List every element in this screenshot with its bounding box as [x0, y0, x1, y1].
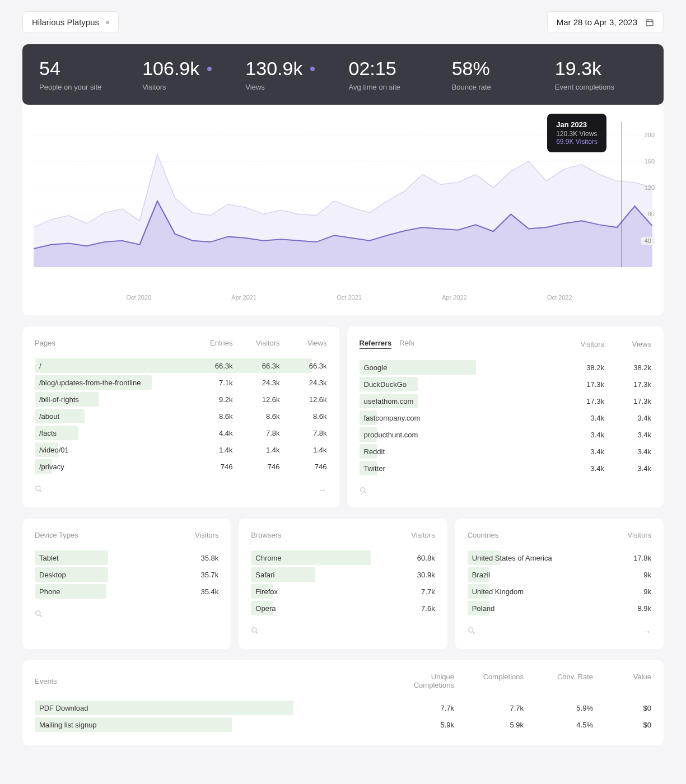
row-value: 12.6k	[293, 395, 327, 404]
row-value: 3.4k	[571, 447, 604, 456]
metric-value[interactable]: 106.9k	[142, 58, 234, 80]
row-value: 8.6k	[199, 412, 233, 421]
row-value: 5.9k	[398, 721, 454, 729]
row-label: Google	[360, 363, 388, 372]
row-value: 35.4k	[185, 587, 218, 596]
metric-value[interactable]: 58%	[452, 58, 544, 80]
row-value: 3.4k	[618, 414, 651, 422]
event-row[interactable]: Mailing list signup5.9k5.9k4.5%$0	[35, 716, 651, 733]
row-value: 7.6k	[402, 604, 435, 613]
svg-line-19	[472, 632, 474, 634]
row-label: Phone	[35, 587, 60, 596]
row-value: 60.8k	[402, 554, 435, 562]
browser-row[interactable]: Opera7.6k	[251, 600, 435, 617]
country-row[interactable]: Poland8.9k	[468, 600, 651, 617]
search-icon[interactable]	[35, 485, 43, 495]
date-range-picker[interactable]: Mar 28 to Apr 3, 2023	[547, 11, 664, 33]
chart-tooltip: Jan 2023 120.3K Views 69.9K Visitors	[547, 114, 606, 152]
browser-row[interactable]: Safari30.9k	[251, 566, 435, 583]
browser-row[interactable]: Chrome60.8k	[251, 549, 435, 566]
row-value: 35.7k	[185, 571, 218, 579]
row-value: 7.8k	[246, 429, 280, 437]
row-label: Chrome	[251, 554, 281, 562]
metric-label: Event completions	[555, 83, 647, 91]
row-label: producthunt.com	[360, 431, 418, 439]
row-value: 7.7k	[398, 704, 454, 712]
tab-referrers[interactable]: Referrers	[360, 339, 392, 349]
x-tick: Oct 2022	[547, 294, 572, 301]
referrer-row[interactable]: usefathom.com17.3k17.3k	[360, 393, 652, 409]
referrer-row[interactable]: DuckDuckGo17.3k17.3k	[360, 376, 652, 393]
search-icon[interactable]	[468, 627, 475, 637]
browser-row[interactable]: Firefox7.7k	[251, 583, 435, 600]
referrer-row[interactable]: Google38.2k38.2k	[360, 359, 652, 376]
svg-point-10	[36, 486, 40, 491]
row-value: 17.8k	[618, 554, 651, 562]
page-row[interactable]: /privacy746746746	[35, 458, 327, 475]
column-header[interactable]: Visitors	[571, 340, 604, 348]
traffic-chart-card: 2001601208040 Jan 2023 120.3K Views 69.9…	[22, 105, 664, 315]
device-row[interactable]: Tablet35.8k	[35, 549, 218, 566]
column-header[interactable]: Value	[606, 673, 651, 689]
row-label: PDF Download	[35, 704, 88, 712]
page-row[interactable]: /video/011.4k1.4k1.4k	[35, 441, 327, 458]
y-tick: 80	[648, 211, 655, 217]
device-row[interactable]: Desktop35.7k	[35, 566, 218, 583]
country-row[interactable]: United States of America17.8k	[468, 549, 651, 566]
tooltip-title: Jan 2023	[556, 120, 598, 129]
arrow-right-icon[interactable]: →	[318, 485, 327, 495]
metric-value[interactable]: 54	[39, 58, 131, 80]
search-icon[interactable]	[360, 487, 367, 494]
row-value: 24.3k	[293, 379, 327, 387]
page-row[interactable]: /about8.6k8.6k8.6k	[35, 408, 327, 424]
row-label: /about	[35, 412, 59, 421]
column-header[interactable]: Conv. Rate	[537, 673, 593, 689]
row-value: 17.3k	[618, 380, 651, 389]
event-row[interactable]: PDF Download7.7k7.7k5.9%$0	[35, 699, 651, 716]
search-icon[interactable]	[251, 627, 259, 634]
tooltip-visitors: 69.9K Visitors	[556, 138, 598, 146]
row-value: 12.6k	[246, 395, 280, 404]
metric-value[interactable]: 19.3k	[555, 58, 647, 80]
row-value: 3.4k	[618, 447, 651, 456]
page-row[interactable]: /bill-of-rights9.2k12.6k12.6k	[35, 391, 327, 408]
arrow-right-icon[interactable]: →	[642, 627, 651, 637]
column-header[interactable]: Views	[618, 340, 651, 348]
country-row[interactable]: Brazil9k	[468, 566, 651, 583]
row-value: 7.7k	[402, 587, 435, 596]
row-label: Brazil	[468, 571, 491, 579]
tooltip-views: 120.3K Views	[556, 130, 598, 138]
row-label: /	[35, 362, 41, 370]
row-value: 746	[246, 463, 280, 471]
referrer-row[interactable]: fastcompany.com3.4k3.4k	[360, 409, 652, 426]
referrer-row[interactable]: Reddit3.4k3.4k	[360, 443, 652, 460]
column-header[interactable]: Views	[293, 339, 327, 347]
site-selector[interactable]: Hilarious Platypus	[22, 11, 119, 33]
referrer-row[interactable]: Twitter3.4k3.4k	[360, 460, 652, 477]
x-tick: Apr 2021	[231, 294, 256, 301]
tab-refs[interactable]: Refs	[399, 339, 414, 349]
referrer-row[interactable]: producthunt.com3.4k3.4k	[360, 426, 652, 443]
row-label: /facts	[35, 429, 57, 437]
row-value: 30.9k	[402, 571, 435, 579]
page-row[interactable]: /66.3k66.3k66.3k	[35, 357, 327, 374]
column-header[interactable]: Entries	[199, 339, 233, 347]
device-row[interactable]: Phone35.4k	[35, 583, 218, 600]
column-header[interactable]: Unique Completions	[398, 673, 454, 689]
row-value: 3.4k	[618, 431, 651, 439]
country-row[interactable]: United Kingdom9k	[468, 583, 651, 600]
metric-value[interactable]: 02:15	[349, 58, 441, 80]
search-icon[interactable]	[35, 610, 43, 618]
y-tick: 200	[645, 132, 655, 138]
row-value: 9k	[618, 571, 651, 579]
column-header[interactable]: Visitors	[246, 339, 280, 347]
row-label: fastcompany.com	[360, 414, 421, 422]
row-value: 1.4k	[199, 446, 233, 454]
y-tick: 160	[645, 158, 655, 165]
column-header[interactable]: Completions	[468, 673, 524, 689]
row-label: Tablet	[35, 554, 59, 562]
row-value: 3.4k	[571, 464, 604, 473]
page-row[interactable]: /facts4.4k7.8k7.8k	[35, 424, 327, 441]
metric-value[interactable]: 130.9k	[245, 58, 337, 80]
page-row[interactable]: /blog/updates-from-the-frontline7.1k24.3…	[35, 374, 327, 391]
